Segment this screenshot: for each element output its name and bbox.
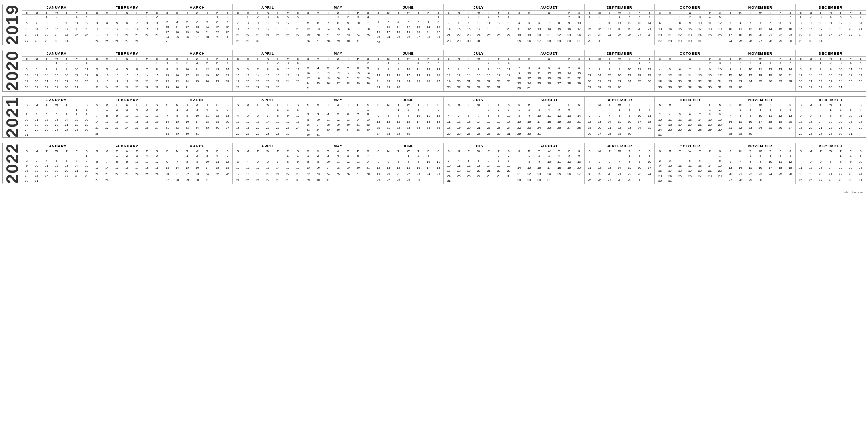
day-cell [172, 153, 182, 159]
day-cell: 15 [363, 117, 373, 123]
day-cell: 28 [92, 131, 102, 137]
month-block-2019-november: NovemberSMTWTFS1234567891011121314151617… [725, 4, 796, 45]
day-cell: 22 [162, 79, 172, 85]
day-cell: 2 [755, 153, 765, 159]
day-cell: 10 [474, 21, 484, 27]
day-cell: 24 [32, 174, 42, 179]
days-grid: 1234567891011121314151617181920212223242… [725, 153, 795, 183]
day-cell: 5 [243, 113, 253, 119]
day-cell: 4 [212, 153, 223, 159]
dow-cell: T [112, 149, 122, 153]
day-cell: 24 [323, 172, 333, 178]
day-cell: 9 [343, 21, 353, 27]
day-cell: 22 [745, 172, 755, 178]
day-cell: 8 [474, 67, 484, 73]
day-cell: 30 [313, 178, 323, 184]
day-cell: 22 [273, 125, 283, 131]
day-cell: 3 [192, 107, 202, 113]
day-cell: 21 [202, 30, 212, 35]
day-cell: 14 [223, 67, 233, 73]
day-cell [243, 61, 253, 67]
day-cell [313, 107, 323, 113]
day-cell: 15 [695, 73, 705, 79]
day-cell: 8 [182, 159, 192, 165]
days-grid: 1234567891011121314151617181920212223242… [162, 15, 233, 45]
day-cell: 25 [233, 131, 243, 137]
dow-cell: T [413, 149, 423, 153]
day-cell: 25 [102, 39, 112, 45]
day-cell [735, 153, 745, 159]
day-cell [715, 39, 725, 45]
day-cell: 22 [82, 169, 92, 174]
day-cell: 2 [22, 159, 32, 164]
day-cell: 15 [585, 27, 595, 33]
day-cell: 21 [856, 27, 866, 33]
day-cell: 1 [605, 61, 615, 67]
day-cell [564, 86, 574, 91]
day-cell [62, 107, 72, 113]
day-cell [243, 153, 253, 159]
day-cell [102, 131, 112, 137]
day-cell: 16 [705, 73, 715, 79]
dow-cell: T [393, 149, 403, 153]
day-cell: 21 [705, 169, 715, 174]
day-cell: 15 [796, 27, 806, 33]
day-cell: 11 [32, 117, 42, 123]
day-cell: 19 [152, 165, 162, 171]
dow-cell: M [665, 11, 675, 14]
day-cell: 10 [816, 21, 826, 27]
day-cell: 19 [675, 123, 685, 128]
day-cell: 20 [293, 27, 303, 33]
day-cell: 22 [705, 123, 715, 128]
dow-cell: T [202, 149, 212, 153]
day-cell: 5 [142, 107, 152, 113]
day-cell: 20 [675, 79, 685, 85]
dow-cell: T [816, 103, 826, 107]
day-cell: 14 [705, 163, 715, 169]
day-cell: 24 [644, 172, 654, 178]
day-cell: 15 [333, 27, 343, 33]
day-cell: 12 [585, 119, 595, 125]
dow-cell: S [363, 149, 373, 153]
day-cell: 23 [112, 125, 122, 131]
day-cell [413, 40, 423, 45]
dow-cell: T [253, 103, 263, 107]
month-block-2019-march: MarchSMTWTFS1234567891011121314151617181… [162, 4, 233, 45]
day-cell: 12 [544, 71, 554, 76]
day-cell: 5 [403, 20, 413, 25]
month-name-november: November [725, 97, 795, 103]
day-cell: 8 [725, 67, 735, 73]
day-cell [705, 39, 715, 45]
day-cell: 25 [42, 174, 52, 179]
day-cell: 19 [182, 30, 192, 35]
day-cell [62, 133, 72, 138]
day-cell: 11 [323, 117, 333, 123]
day-cell: 19 [112, 33, 122, 39]
dow-cell: T [836, 57, 846, 60]
month-block-2020-february: FebruarySMTWTFS1234567891011121314151617… [92, 50, 162, 91]
day-cell [373, 61, 383, 67]
dow-row: SMTWTFS [444, 103, 514, 107]
day-cell: 8 [172, 113, 182, 119]
day-cell: 21 [263, 125, 273, 131]
day-cell: 18 [42, 169, 52, 174]
day-cell: 22 [142, 33, 152, 39]
day-cell: 12 [715, 21, 725, 27]
day-cell: 10 [283, 67, 293, 73]
day-cell: 31 [444, 179, 454, 184]
dow-row: SMTWTFS [373, 11, 443, 15]
day-cell [494, 39, 504, 45]
day-cell: 30 [62, 85, 72, 91]
day-cell: 3 [313, 112, 323, 117]
day-cell: 10 [32, 163, 42, 169]
day-cell: 8 [745, 159, 755, 165]
day-cell: 18 [544, 119, 554, 125]
days-grid: 1234567891011121314151617181920212223242… [514, 61, 584, 91]
day-cell: 29 [243, 39, 253, 45]
day-cell [22, 15, 32, 21]
day-cell: 9 [52, 21, 62, 27]
day-cell: 29 [433, 35, 443, 40]
day-cell: 29 [263, 85, 273, 91]
day-cell: 16 [735, 73, 745, 79]
day-cell: 29 [383, 85, 393, 91]
